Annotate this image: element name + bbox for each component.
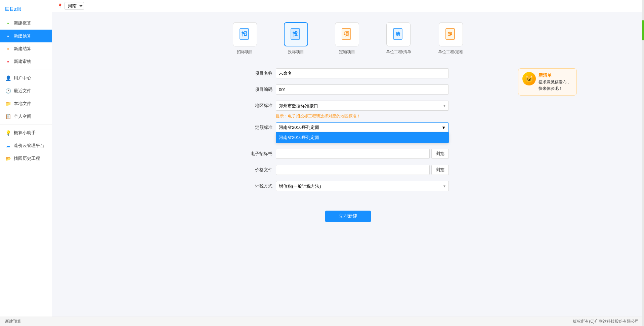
region-select-input[interactable]: 河南 [65,2,84,10]
app-name: EEzIt [0,2,52,17]
sidebar-item-label: 找回历史工程 [14,155,40,161]
form-row-price-file: 价格文件 浏览 [247,165,449,175]
ad-title: 新清单 [539,72,571,79]
project-code-input[interactable] [276,84,449,95]
price-file-browse-button[interactable]: 浏览 [431,165,449,175]
sidebar-item-find-history[interactable]: 📂 找回历史工程 [0,152,52,165]
unit-quota-label: 单位工程/定额 [438,49,463,55]
hint-text: 提示：电子招投标工程请选择对应的地区标准！ [276,113,449,119]
project-type-unit-bill[interactable]: 清 单位工程/清单 [386,22,411,55]
project-name-input[interactable] [276,68,449,78]
sidebar-item-personal-space[interactable]: 📋 个人空间 [0,110,52,123]
folder-icon: 📁 [5,101,11,107]
quota-label: 定额项目 [339,49,355,55]
history-icon: 📂 [5,155,11,161]
submit-area: 立即新建 [52,204,644,229]
person-icon: 📋 [5,113,11,119]
project-type-quota[interactable]: 项 定额项目 [335,22,359,55]
electronic-label: 电子招标书 [247,151,272,157]
svg-text:投: 投 [292,31,298,37]
region-standard-select[interactable]: 郑州市数据标准接口 河南省标准接口 全国标准接口 [276,101,449,111]
tax-method-select[interactable]: 增值税(一般计税方法) 增值税(简易计税方法) 营业税 [276,181,449,191]
electronic-input-group: 浏览 [276,149,449,159]
quota-dropdown-arrow: ▼ [441,125,446,130]
sidebar-item-cloud-platform[interactable]: ☁ 造价云管理平台 [0,139,52,152]
quota-standard-display[interactable]: 河南省2016序列定额 ▼ [276,122,449,133]
sidebar-item-user-center[interactable]: 👤 用户中心 [0,72,52,84]
form-row-electronic: 电子招标书 浏览 [247,149,449,159]
quota-standard-list: 河南省2016序列定额 [276,133,449,143]
sidebar-item-local-files[interactable]: 📁 本地文件 [0,97,52,110]
quota-icon: 项 [335,22,359,46]
svg-text:项: 项 [343,31,349,37]
tax-method-label: 计税方式 [247,183,272,189]
bottom-right-label: 版权所有(C)广联达科技股份有限公司 [573,319,639,324]
sidebar-item-label: 概算小助手 [14,130,36,136]
svg-text:定: 定 [447,31,453,37]
user-icon: 👤 [5,75,11,81]
form-row-quota-standard: 定额标准 河南省2016序列定额 ▼ 河南省2016序列定额 [247,122,449,133]
quota-standard-dropdown[interactable]: 河南省2016序列定额 ▼ 河南省2016序列定额 [276,122,449,133]
sidebar-item-new-estimate[interactable]: ▪ 新建概算 [0,17,52,30]
sidebar-item-label: 个人空间 [14,113,31,119]
main-content: 📍 河南 招 招标项目 [52,0,644,317]
new-estimate-icon: ▪ [5,20,11,26]
tax-method-wrap: 增值税(一般计税方法) 增值税(简易计税方法) 营业税 ▼ [276,181,449,191]
unit-bill-icon: 清 [386,22,411,46]
bidding-icon: 招 [233,22,257,46]
project-types-row: 招 招标项目 投 投标项目 [52,12,644,62]
form-row-region-standard: 地区标准 郑州市数据标准接口 河南省标准接口 全国标准接口 ▼ [247,101,449,111]
new-settlement-icon: ▪ [5,46,11,52]
sidebar-item-recent-files[interactable]: 🕐 最近文件 [0,84,52,97]
price-file-label: 价格文件 [247,167,272,173]
project-type-tender[interactable]: 投 投标项目 [284,22,308,55]
sidebar-item-label: 新建概算 [14,20,31,26]
bottom-left-label: 新建预算 [5,319,21,324]
ad-banner: 🐱 新清单 征求意见稿发布， 快来体验吧！ [518,68,577,96]
form-row-project-name: 项目名称 [247,68,449,78]
project-code-label: 项目编码 [247,86,272,93]
tender-icon: 投 [284,22,308,46]
quota-option-1[interactable]: 河南省2016序列定额 [276,133,448,143]
project-name-label: 项目名称 [247,70,272,76]
svg-text:招: 招 [241,31,247,37]
electronic-input[interactable] [276,149,430,159]
form-row-project-code: 项目编码 [247,84,449,95]
region-standard-label: 地区标准 [247,103,272,109]
assistant-icon: 💡 [5,130,11,136]
location-icon: 📍 [57,3,63,9]
price-file-input-group: 浏览 [276,165,449,175]
sidebar-item-label: 本地文件 [14,101,31,107]
form-area: 项目名称 项目编码 地区标准 郑州市数据标准接口 河南省标准接口 全国标 [52,62,644,204]
project-type-unit-quota[interactable]: 定 单位工程/定额 [438,22,463,55]
electronic-browse-button[interactable]: 浏览 [431,149,449,159]
region-standard-wrap: 郑州市数据标准接口 河南省标准接口 全国标准接口 ▼ [276,101,449,111]
top-bar: 📍 河南 [52,0,644,12]
quota-standard-label: 定额标准 [247,124,272,131]
ad-text: 新清单 征求意见稿发布， 快来体验吧！ [539,72,571,92]
bottom-bar: 新建预算 版权所有(C)广联达科技股份有限公司 [0,317,644,326]
bidding-label: 招标项目 [237,49,253,55]
ad-line2: 快来体验吧！ [539,86,563,91]
project-type-bidding[interactable]: 招 招标项目 [233,22,257,55]
scrollbar-thumb[interactable] [642,20,644,40]
sidebar-item-label: 新建结算 [14,46,31,52]
ad-line1: 征求意见稿发布， [539,80,571,84]
sidebar-item-label: 新建审核 [14,59,31,65]
sidebar-item-new-budget[interactable]: ▪ 新建预算 [0,30,52,42]
svg-text:清: 清 [395,31,400,37]
sidebar-item-budget-assistant[interactable]: 💡 概算小助手 [0,126,52,139]
right-scrollbar[interactable] [642,0,644,326]
region-selector[interactable]: 📍 河南 [57,2,84,10]
new-budget-icon: ▪ [5,33,11,39]
sidebar-item-label: 最近文件 [14,88,31,94]
new-audit-icon: ▪ [5,59,11,65]
sidebar-item-label: 新建预算 [14,33,31,39]
submit-button[interactable]: 立即新建 [325,211,371,222]
price-file-input[interactable] [276,165,430,175]
sidebar-item-new-settlement[interactable]: ▪ 新建结算 [0,42,52,55]
sidebar-item-new-audit[interactable]: ▪ 新建审核 [0,55,52,68]
sidebar-item-label: 造价云管理平台 [14,143,44,149]
clock-icon: 🕐 [5,88,11,94]
sidebar-item-label: 用户中心 [14,75,31,81]
